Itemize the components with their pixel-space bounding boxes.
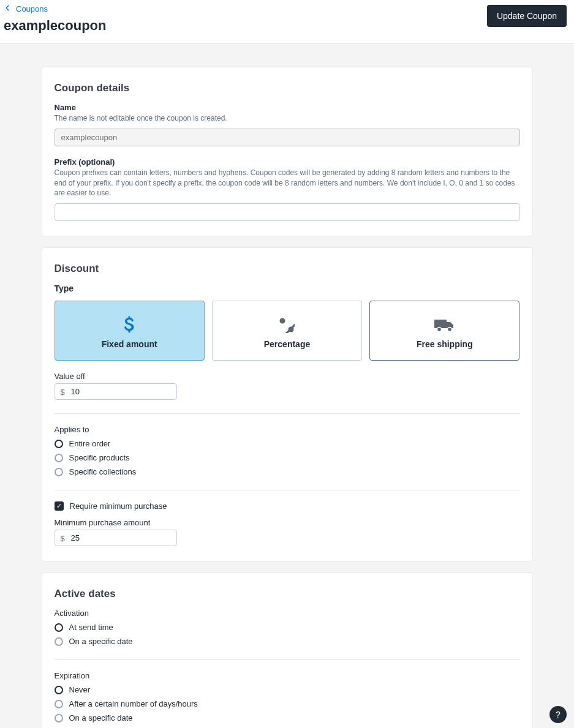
applies-specific-products[interactable]: Specific products [55, 453, 520, 462]
name-input [55, 129, 520, 146]
svg-rect-3 [434, 320, 447, 328]
breadcrumb-label: Coupons [16, 4, 48, 13]
page-header: Coupons examplecoupon Update Coupon [0, 0, 574, 44]
radio-icon [55, 440, 63, 448]
percent-icon [219, 315, 355, 336]
radio-icon [55, 686, 63, 694]
activation-send-time[interactable]: At send time [55, 623, 520, 632]
radio-icon [55, 623, 63, 632]
radio-icon [55, 468, 63, 476]
type-free-shipping[interactable]: Free shipping [369, 301, 519, 361]
divider [55, 490, 520, 490]
name-label: Name [55, 103, 520, 112]
svg-point-5 [447, 328, 451, 332]
help-button[interactable]: ? [549, 706, 567, 723]
expiration-after-label: After a certain number of days/hours [69, 699, 198, 708]
type-percentage-label: Percentage [219, 339, 355, 349]
applies-entire-order[interactable]: Entire order [55, 439, 520, 448]
activation-label: Activation [55, 609, 520, 618]
prefix-label: Prefix (optional) [55, 157, 520, 167]
prefix-help: Coupon prefixes can contain letters, num… [55, 168, 520, 198]
card-title-discount: Discount [55, 263, 520, 275]
expiration-never[interactable]: Never [55, 685, 520, 694]
min-amount-label: Minimum purchase amount [55, 518, 520, 527]
applies-products-label: Specific products [69, 453, 130, 462]
expiration-label: Expiration [55, 671, 520, 680]
radio-icon [55, 454, 63, 462]
page-title: examplecoupon [4, 18, 569, 34]
min-amount-input[interactable] [55, 530, 177, 546]
name-help: The name is not editable once the coupon… [55, 113, 520, 124]
expiration-after-days[interactable]: After a certain number of days/hours [55, 699, 520, 708]
value-off-input[interactable] [55, 383, 177, 400]
truck-icon [376, 315, 513, 336]
min-amount-input-wrap: $ [55, 530, 177, 546]
activation-group: At send time On a specific date [55, 623, 520, 646]
type-percentage[interactable]: Percentage [212, 301, 362, 361]
type-fixed-amount[interactable]: Fixed amount [55, 301, 205, 361]
expiration-never-label: Never [69, 685, 91, 694]
activation-specific-date[interactable]: On a specific date [55, 637, 520, 646]
activation-send-label: At send time [69, 623, 113, 632]
svg-point-0 [280, 318, 285, 324]
applies-to-label: Applies to [55, 425, 520, 434]
type-subheading: Type [55, 283, 520, 293]
value-off-label: Value off [55, 372, 520, 381]
card-title-dates: Active dates [55, 588, 520, 600]
coupon-details-card: Coupon details Name The name is not edit… [42, 67, 532, 236]
radio-icon [55, 700, 63, 708]
arrow-left-icon [4, 4, 12, 14]
divider [55, 659, 520, 660]
radio-icon [55, 637, 63, 646]
value-off-input-wrap: $ [55, 383, 177, 400]
discount-card: Discount Type Fixed amount Percentage Fr… [42, 248, 532, 561]
dollar-prefix-icon: $ [61, 387, 65, 396]
discount-type-row: Fixed amount Percentage Free shipping [55, 301, 520, 361]
breadcrumb-coupons[interactable]: Coupons [4, 2, 48, 18]
type-fixed-label: Fixed amount [61, 339, 198, 349]
content-area: Coupon details Name The name is not edit… [0, 44, 574, 728]
update-coupon-button[interactable]: Update Coupon [487, 5, 567, 27]
radio-icon [55, 714, 63, 722]
expiration-specific-label: On a specific date [69, 713, 133, 722]
name-field-block: Name The name is not editable once the c… [55, 103, 520, 146]
card-title-details: Coupon details [55, 82, 520, 94]
require-min-purchase-checkbox[interactable]: Require minimum purchase [55, 501, 520, 511]
activation-specific-label: On a specific date [69, 637, 133, 646]
dollar-prefix-icon: $ [61, 533, 65, 542]
prefix-input[interactable] [55, 203, 520, 221]
require-min-label: Require minimum purchase [70, 501, 167, 511]
prefix-field-block: Prefix (optional) Coupon prefixes can co… [55, 157, 520, 221]
expiration-group: Never After a certain number of days/hou… [55, 685, 520, 722]
divider [55, 413, 520, 414]
svg-point-4 [437, 328, 441, 332]
applies-specific-collections[interactable]: Specific collections [55, 467, 520, 476]
applies-to-group: Entire order Specific products Specific … [55, 439, 520, 476]
expiration-specific-date[interactable]: On a specific date [55, 713, 520, 722]
dollar-icon [61, 315, 198, 336]
applies-entire-label: Entire order [69, 439, 111, 448]
type-shipping-label: Free shipping [376, 339, 513, 349]
value-off-block: Value off $ [55, 372, 520, 400]
checkbox-icon [55, 501, 64, 511]
active-dates-card: Active dates Activation At send time On … [42, 573, 532, 728]
applies-collections-label: Specific collections [69, 467, 137, 476]
